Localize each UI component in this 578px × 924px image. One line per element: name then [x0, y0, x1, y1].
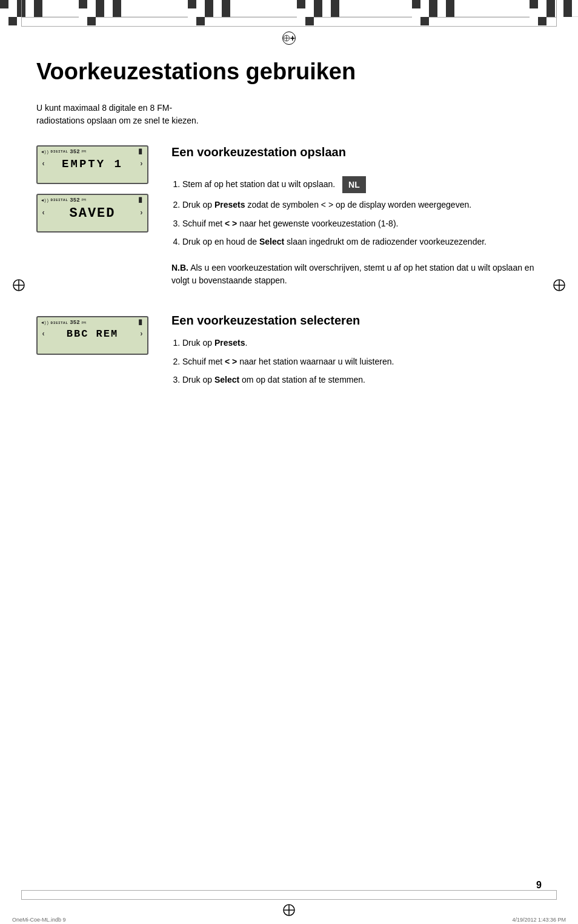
section2-layout: ◄)) DIGITAL 352 PM ▐▌ ‹ BBC REM › Een vo…: [36, 314, 542, 391]
section1-steps-with-badge: Stem af op het station dat u wilt opslaa…: [171, 176, 542, 254]
section1-step-3: Schuif met < > naar het gewenste voorkeu…: [182, 217, 542, 230]
section1-heading-row: Een voorkeuzestation opslaan: [171, 145, 542, 168]
intro-text: U kunt maximaal 8 digitale en 8 FM-radio…: [36, 102, 206, 127]
lcd1-top-right: ▐▌: [137, 149, 144, 155]
lcd3-main-text: BBC REM: [67, 328, 118, 340]
section2-text-col: Een voorkeuzestation selecteren Druk op …: [171, 314, 542, 391]
lcd1-top-left: ◄)) DIGITAL 352 PM: [41, 149, 86, 155]
lcd3-main-row: ‹ BBC REM ›: [41, 327, 144, 341]
footer-left: OneMi-Coe-ML.indb 9: [12, 917, 66, 923]
lcd2-pm: PM: [82, 198, 86, 202]
section2-heading: Een voorkeuzestation selecteren: [171, 314, 542, 328]
lcd3-col: ◄)) DIGITAL 352 PM ▐▌ ‹ BBC REM ›: [36, 314, 154, 365]
lcd3-pm: PM: [82, 321, 86, 325]
lcd1-pm: PM: [82, 150, 86, 154]
section1-steps-list: Stem af op het station dat u wilt opslaa…: [171, 176, 542, 254]
top-rule-line2: [21, 26, 557, 27]
lcd3-top-row: ◄)) DIGITAL 352 PM ▐▌: [41, 320, 144, 326]
bottom-rules: [21, 890, 557, 900]
lcd-display-3: ◄)) DIGITAL 352 PM ▐▌ ‹ BBC REM ›: [36, 316, 148, 355]
footer-right: 4/19/2012 1:43:36 PM: [512, 917, 566, 923]
lcd2-main-row: ‹ SAVED ›: [41, 205, 144, 222]
section1-step-4: Druk op en houd de Select slaan ingedruk…: [182, 235, 542, 248]
lcd2-top-row: ◄)) DIGITAL 352 PM ▐▌: [41, 197, 144, 203]
lcd3-time: 352: [70, 320, 79, 326]
lcd1-main-row: ‹ EMPTY 1 ›: [41, 156, 144, 172]
lcd1-main-text: EMPTY 1: [62, 157, 123, 171]
lcd2-speaker-icon: ◄)): [41, 198, 49, 203]
top-margin-lines: [21, 18, 557, 26]
page-number: 9: [536, 880, 542, 891]
lcd3-arrow-right: ›: [139, 330, 144, 338]
lcd3-arrow-left: ‹: [41, 330, 45, 338]
lcd3-speaker-icon: ◄)): [41, 320, 49, 325]
lcd1-time: 352: [70, 149, 79, 155]
lcd1-arrow-left: ‹: [41, 160, 45, 168]
lcd3-top-left: ◄)) DIGITAL 352 PM: [41, 320, 86, 326]
lcd2-top-left: ◄)) DIGITAL 352 PM: [41, 197, 86, 203]
footer-bar: OneMi-Coe-ML.indb 9 4/19/2012 1:43:36 PM: [12, 917, 566, 923]
section1-step-2: Druk op Presets zodat de symbolen < > op…: [182, 198, 542, 211]
lcd2-top-right: ▐▌: [137, 197, 144, 203]
reg-mark-right: [553, 279, 566, 294]
lcd1-arrow-right: ›: [139, 160, 144, 168]
registration-mark-top: [282, 31, 296, 45]
section1-note: N.B. Als u een voorkeuzestation wilt ove…: [171, 262, 542, 287]
lcd1-top-row: ◄)) DIGITAL 352 PM ▐▌: [41, 149, 144, 155]
lcd2-main-text: SAVED: [69, 206, 115, 221]
section1-text-col: Een voorkeuzestation opslaan Stem af op …: [171, 145, 542, 296]
lcd2-arrow-left: ‹: [41, 209, 45, 217]
section2-steps-list: Druk op Presets. Schuif met < > naar het…: [171, 336, 542, 386]
lcd2-arrow-right: ›: [139, 209, 144, 217]
reg-mark-left: [12, 279, 25, 294]
lcd-display-2: ◄)) DIGITAL 352 PM ▐▌ ‹ SAVED ›: [36, 194, 148, 233]
page-title: Voorkeuzestations gebruiken: [36, 59, 542, 85]
lcd-displays-col: ◄)) DIGITAL 352 PM ▐▌ ‹ EMPTY 1 ›: [36, 145, 154, 242]
section2-step-2: Schuif met < > naar het station waarnaar…: [182, 355, 542, 368]
lcd3-digital-label: DIGITAL: [51, 321, 68, 325]
note-body: Als u een voorkeuzestation wilt overschr…: [171, 263, 534, 285]
section2-step-1: Druk op Presets.: [182, 336, 542, 349]
note-label: N.B.: [171, 263, 188, 272]
lcd2-time: 352: [70, 197, 79, 203]
section1-heading: Een voorkeuzestation opslaan: [171, 145, 346, 159]
nl-badge: NL: [342, 176, 366, 193]
top-decorative-bar: [0, 0, 578, 17]
lcd3-top-right: ▐▌: [137, 320, 144, 326]
lcd1-digital-label: DIGITAL: [51, 150, 68, 154]
section2-step-3: Druk op Select om op dat station af te s…: [182, 373, 542, 386]
lcd2-digital-label: DIGITAL: [51, 198, 68, 202]
section1-layout: ◄)) DIGITAL 352 PM ▐▌ ‹ EMPTY 1 ›: [36, 145, 542, 296]
section1-step-1: Stem af op het station dat u wilt opslaa…: [182, 176, 542, 193]
lcd1-speaker-icon: ◄)): [41, 150, 49, 154]
lcd-display-1: ◄)) DIGITAL 352 PM ▐▌ ‹ EMPTY 1 ›: [36, 145, 148, 184]
